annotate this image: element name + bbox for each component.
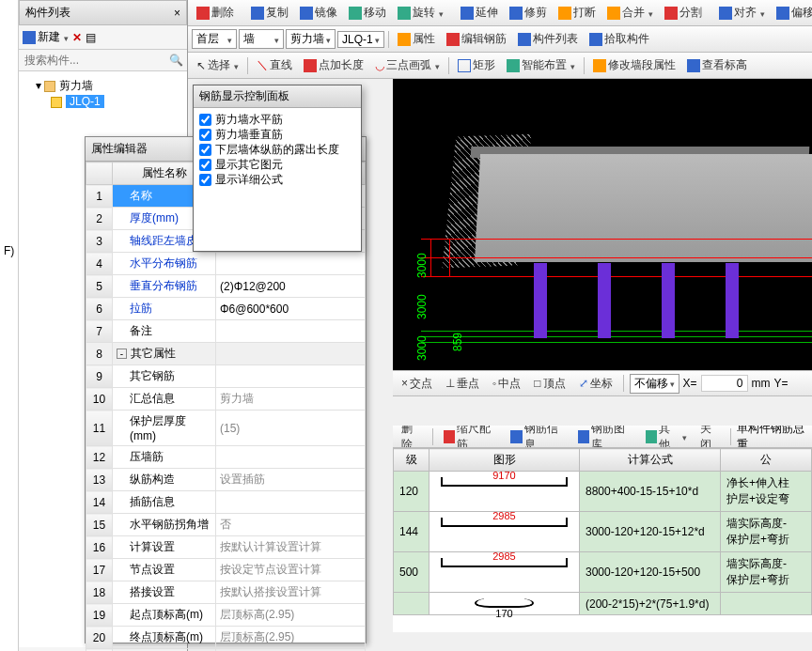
col-desc[interactable]: 公 xyxy=(721,449,812,472)
rebar-lib-button[interactable]: 钢筋图库 xyxy=(573,426,637,448)
prop-row[interactable]: 7备注 xyxy=(86,320,366,343)
viewport-3d[interactable]: 3000 3000 3000 859 xyxy=(393,79,812,370)
split-button[interactable]: 分割 xyxy=(660,2,707,23)
rebar-check-item[interactable]: 剪力墙垂直筋 xyxy=(199,127,355,142)
prop-value[interactable]: 按默认搭接设置计算 xyxy=(216,581,366,604)
prop-value[interactable] xyxy=(216,343,366,365)
delete-button[interactable]: 删除 xyxy=(192,2,239,23)
list-button[interactable]: 构件列表 xyxy=(513,28,583,50)
prop-value[interactable]: 层顶标高(2.95) xyxy=(216,604,366,627)
item-select[interactable]: JLQ-1 xyxy=(337,31,384,48)
rotate-button[interactable]: 旋转 xyxy=(393,2,448,23)
snap-coord[interactable]: ⤢坐标 xyxy=(574,373,617,395)
prop-row[interactable]: 10汇总信息剪力墙 xyxy=(86,388,366,411)
prop-row[interactable]: 12压墙筋 xyxy=(86,446,366,469)
prop-value[interactable]: 设置插筋 xyxy=(216,469,366,491)
close-button[interactable]: 关闭 xyxy=(695,426,726,448)
prop-value[interactable] xyxy=(216,365,366,388)
prop-value[interactable]: 按设定节点设置计算 xyxy=(216,559,366,581)
checkbox[interactable] xyxy=(199,114,211,126)
expander-icon[interactable]: - xyxy=(117,349,127,359)
snap-midpoint[interactable]: ◦中点 xyxy=(488,373,525,395)
new-button[interactable]: 新建 xyxy=(23,29,69,45)
prop-row[interactable]: 5垂直分布钢筋(2)Φ12@200 xyxy=(86,275,366,298)
result-row[interactable]: 14429853000-120+120-15+12*d墙实际高度- 保护层+弯折 xyxy=(394,512,812,552)
prop-row[interactable]: 6拉筋Φ6@600*600 xyxy=(86,298,366,320)
snap-perpendicular[interactable]: ⊥垂点 xyxy=(441,373,484,395)
col-level[interactable]: 级 xyxy=(394,449,429,472)
prop-value[interactable]: 否 xyxy=(216,514,366,536)
join-button[interactable]: 合并 xyxy=(602,2,658,23)
result-row[interactable]: 50029853000-120+120-15+500墙实际高度- 保护层+弯折 xyxy=(394,552,812,593)
prop-value[interactable] xyxy=(216,253,366,275)
snap-vertex[interactable]: □顶点 xyxy=(529,373,570,395)
result-row[interactable]: 12091708800+400-15-15+10*d净长+伸入柱 护层+设定弯 xyxy=(394,472,812,512)
tree-root[interactable]: ▾ 剪力墙 xyxy=(23,77,183,95)
checkbox[interactable] xyxy=(199,144,211,156)
prop-value[interactable]: Φ6@600*600 xyxy=(216,298,366,320)
other-button[interactable]: 其他 xyxy=(641,426,692,448)
subcategory-select[interactable]: 剪力墙 xyxy=(286,29,336,49)
filter-icon[interactable]: ▤ xyxy=(86,31,96,44)
search-input[interactable] xyxy=(23,52,169,69)
checkbox[interactable] xyxy=(199,159,211,171)
result-row[interactable]: 170(200-2*15)+2*(75+1.9*d) xyxy=(394,593,812,615)
prop-row[interactable]: 16计算设置按默认计算设置计算 xyxy=(86,536,366,559)
select-button[interactable]: ↖选择 xyxy=(192,54,243,76)
close-icon[interactable]: × xyxy=(174,7,180,20)
prop-row[interactable]: 8-其它属性 xyxy=(86,343,366,365)
prop-row[interactable]: 9其它钢筋 xyxy=(86,365,366,388)
offset-button[interactable]: 偏移 xyxy=(772,2,812,23)
prop-value[interactable]: 按默认计算设置计算 xyxy=(216,536,366,559)
rebar-info-button[interactable]: 钢筋信息 xyxy=(506,426,570,448)
col-shape[interactable]: 图形 xyxy=(429,449,580,472)
tree-item-jlq1[interactable]: JLQ-1 xyxy=(66,95,104,108)
snap-intersection[interactable]: ×交点 xyxy=(397,373,437,395)
rebar-check-item[interactable]: 下层墙体纵筋的露出长度 xyxy=(199,142,355,157)
delete-icon[interactable]: ✕ xyxy=(72,31,82,44)
prop-row[interactable]: 13纵筋构造设置插筋 xyxy=(86,469,366,491)
mirror-button[interactable]: 镜像 xyxy=(295,2,342,23)
prop-row[interactable]: 15水平钢筋拐角增否 xyxy=(86,514,366,536)
offset-select[interactable]: 不偏移 xyxy=(630,374,679,394)
checkbox[interactable] xyxy=(199,174,211,186)
rebar-check-item[interactable]: 显示其它图元 xyxy=(199,157,355,172)
view-label-button[interactable]: 查看标高 xyxy=(682,54,752,76)
rebar-check-item[interactable]: 剪力墙水平筋 xyxy=(199,112,355,127)
prop-row[interactable]: 17节点设置按设定节点设置计算 xyxy=(86,559,366,581)
extend-button[interactable]: 延伸 xyxy=(456,2,503,23)
search-icon[interactable]: 🔍 xyxy=(169,54,183,67)
arc-button[interactable]: ◡三点画弧 xyxy=(370,54,445,76)
pick-button[interactable]: 拾取构件 xyxy=(585,28,654,50)
checkbox[interactable] xyxy=(199,129,211,141)
line-button[interactable]: ＼直线 xyxy=(252,54,297,76)
point-length-button[interactable]: 点加长度 xyxy=(299,54,368,76)
align-button[interactable]: 对齐 xyxy=(714,2,770,23)
prop-value[interactable]: 剪力墙 xyxy=(216,388,366,411)
wall-attr-button[interactable]: 修改墙段属性 xyxy=(588,54,680,76)
category-select[interactable]: 墙 xyxy=(239,29,284,49)
prop-value[interactable] xyxy=(216,320,366,343)
break-button[interactable]: 打断 xyxy=(554,2,601,23)
prop-value[interactable]: 层顶标高(2.95) xyxy=(216,627,366,649)
x-input[interactable]: 0 xyxy=(701,375,748,392)
prop-row[interactable]: 14插筋信息 xyxy=(86,491,366,514)
smart-button[interactable]: 智能布置 xyxy=(502,54,580,76)
prop-value[interactable] xyxy=(216,446,366,469)
rebar-check-item[interactable]: 显示详细公式 xyxy=(199,172,355,187)
prop-value[interactable]: (15) xyxy=(216,411,366,446)
floor-select[interactable]: 首层 xyxy=(192,29,237,49)
prop-row[interactable]: 11保护层厚度(mm)(15) xyxy=(86,411,366,446)
trim-button[interactable]: 修剪 xyxy=(505,2,552,23)
prop-row[interactable]: 19起点顶标高(m)层顶标高(2.95) xyxy=(86,604,366,627)
prop-row[interactable]: 18搭接设置按默认搭接设置计算 xyxy=(86,581,366,604)
prop-value[interactable]: (2)Φ12@200 xyxy=(216,275,366,298)
result-delete-button[interactable]: 删除 xyxy=(397,426,427,448)
edit-rebar-button[interactable]: 编辑钢筋 xyxy=(442,28,511,50)
scale-button[interactable]: 缩尺配筋 xyxy=(439,426,503,448)
prop-row[interactable]: 4水平分布钢筋 xyxy=(86,253,366,275)
copy-button[interactable]: 复制 xyxy=(246,2,293,23)
prop-row[interactable]: 20终点顶标高(m)层顶标高(2.95) xyxy=(86,627,366,649)
prop-value[interactable] xyxy=(216,491,366,514)
col-formula[interactable]: 计算公式 xyxy=(580,449,721,472)
